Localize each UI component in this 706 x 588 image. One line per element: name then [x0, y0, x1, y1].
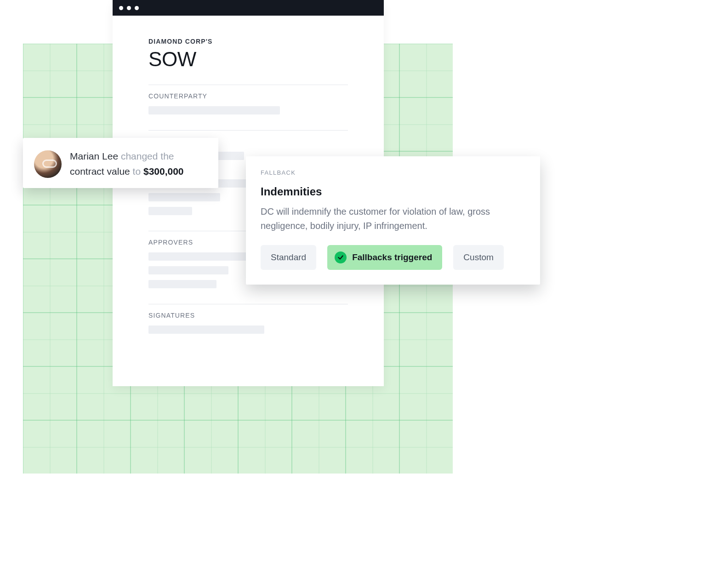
option-custom-button[interactable]: Custom	[453, 245, 503, 270]
activity-text: Marian Lee changed the contract value to…	[70, 149, 184, 179]
option-triggered-label: Fallbacks triggered	[352, 252, 432, 263]
activity-verb: changed the	[121, 151, 174, 161]
window-dot	[119, 6, 123, 10]
fallback-body: DC will indemnify the customer for viola…	[261, 205, 525, 233]
placeholder-line	[148, 207, 192, 215]
window-dot	[135, 6, 139, 10]
document-title: SOW	[148, 48, 348, 71]
section-signatures: SIGNATURES	[148, 304, 348, 349]
activity-card: Marian Lee changed the contract value to…	[23, 138, 218, 188]
section-label-counterparty: COUNTERPARTY	[148, 92, 348, 100]
company-eyebrow: DIAMOND CORP'S	[148, 38, 348, 45]
check-icon	[335, 251, 347, 263]
fallback-title: Indemnities	[261, 185, 525, 198]
placeholder-line	[148, 325, 264, 334]
activity-value: $300,000	[143, 166, 184, 177]
activity-user: Marian Lee	[70, 151, 118, 161]
activity-field: contract value	[70, 166, 130, 177]
placeholder-line	[148, 280, 216, 288]
placeholder-line	[148, 266, 228, 274]
window-titlebar	[113, 0, 384, 16]
fallback-eyebrow: FALLBACK	[261, 169, 525, 176]
fallback-panel: FALLBACK Indemnities DC will indemnify t…	[246, 156, 540, 285]
activity-to: to	[133, 166, 141, 177]
avatar	[34, 150, 62, 178]
option-fallbacks-triggered-button[interactable]: Fallbacks triggered	[327, 245, 442, 270]
section-label-signatures: SIGNATURES	[148, 312, 348, 319]
placeholder-line	[148, 193, 220, 201]
placeholder-line	[148, 106, 280, 114]
section-counterparty: COUNTERPARTY	[148, 85, 348, 130]
fallback-options: Standard Fallbacks triggered Custom	[261, 245, 525, 270]
option-standard-button[interactable]: Standard	[261, 245, 316, 270]
window-dot	[127, 6, 131, 10]
